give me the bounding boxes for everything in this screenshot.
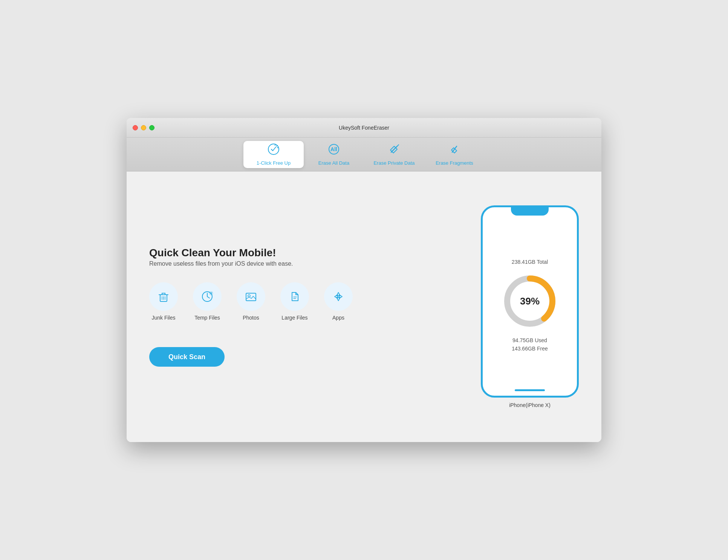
feature-junk-files[interactable]: Junk Files (149, 282, 178, 321)
temp-files-label: Temp Files (194, 315, 220, 321)
apps-icon (331, 289, 346, 304)
phone-frame: 238.41GB Total 39% (481, 205, 579, 398)
storage-used-label: 94.75GB Used (512, 337, 547, 343)
window-title: UkeySoft FoneEraser (339, 125, 389, 131)
device-name-label: iPhone(iPhone X) (509, 402, 551, 408)
temp-files-icon-circle (193, 282, 222, 311)
storage-details: 94.75GB Used 143.66GB Free (512, 337, 548, 352)
storage-free-label: 143.66GB Free (512, 346, 548, 352)
feature-photos[interactable]: Photos (237, 282, 265, 321)
main-title: Quick Clean Your Mobile! (149, 247, 481, 259)
feature-icons-row: Junk Files Temp Files (149, 282, 481, 321)
svg-point-7 (248, 295, 250, 297)
large-files-icon-circle (280, 282, 309, 311)
tab-erase-private-label: Erase Private Data (373, 160, 414, 166)
tab-erase-fragments[interactable]: Erase Fragments (424, 141, 485, 168)
erase-private-icon (388, 143, 400, 158)
phone-mockup: 238.41GB Total 39% (481, 205, 579, 398)
tab-erase-all-label: Erase All Data (318, 160, 349, 166)
svg-point-5 (209, 291, 213, 295)
total-storage-label: 238.41GB Total (512, 259, 548, 265)
svg-text:All: All (330, 146, 337, 152)
phone-notch (511, 207, 549, 216)
main-subtitle: Remove useless files from your iOS devic… (149, 260, 481, 267)
minimize-button[interactable] (141, 125, 146, 130)
junk-files-label: Junk Files (151, 315, 175, 321)
photos-icon-circle (237, 282, 265, 311)
tab-one-click-free-up[interactable]: 1-Click Free Up (243, 141, 304, 168)
apps-icon-circle (324, 282, 353, 311)
temp-files-icon (200, 289, 214, 304)
one-click-icon (268, 143, 280, 158)
toolbar: 1-Click Free Up All Erase All Data Erase… (127, 138, 601, 171)
apps-label: Apps (332, 315, 344, 321)
left-panel: Quick Clean Your Mobile! Remove useless … (149, 247, 481, 367)
junk-files-icon-circle (149, 282, 178, 311)
photos-label: Photos (243, 315, 259, 321)
quick-scan-button[interactable]: Quick Scan (149, 347, 225, 367)
large-files-label: Large Files (281, 315, 307, 321)
donut-chart: 39% (500, 271, 560, 331)
tab-erase-all-data[interactable]: All Erase All Data (304, 141, 364, 168)
donut-percent: 39% (520, 295, 540, 307)
erase-fragments-icon (448, 143, 460, 158)
tab-erase-private-data[interactable]: Erase Private Data (364, 141, 424, 168)
right-panel: 238.41GB Total 39% (481, 205, 579, 408)
traffic-lights (133, 125, 154, 130)
feature-temp-files[interactable]: Temp Files (193, 282, 222, 321)
titlebar: UkeySoft FoneEraser (127, 118, 601, 138)
main-content: Quick Clean Your Mobile! Remove useless … (127, 171, 601, 442)
feature-apps[interactable]: Apps (324, 282, 353, 321)
phone-home-bar (515, 389, 545, 391)
erase-all-icon: All (328, 143, 340, 158)
phone-content: 238.41GB Total 39% (500, 222, 560, 388)
app-window: UkeySoft FoneEraser 1-Click Free Up All (127, 118, 601, 442)
photos-icon (244, 289, 258, 304)
junk-files-icon (156, 289, 171, 304)
large-files-icon (288, 289, 302, 304)
tab-erase-fragments-label: Erase Fragments (436, 160, 473, 166)
svg-rect-6 (246, 293, 256, 301)
tab-one-click-label: 1-Click Free Up (257, 160, 291, 166)
maximize-button[interactable] (149, 125, 154, 130)
feature-large-files[interactable]: Large Files (280, 282, 309, 321)
close-button[interactable] (133, 125, 138, 130)
